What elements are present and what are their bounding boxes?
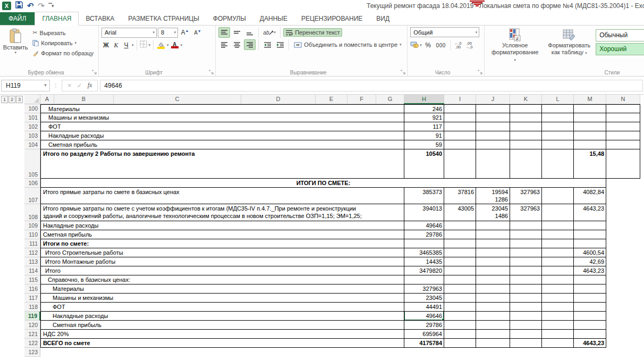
cell-H107[interactable]: 385373 — [404, 188, 444, 204]
row-header-123[interactable]: 123 — [24, 348, 40, 357]
cell-I101[interactable] — [444, 113, 476, 122]
cell-I120[interactable] — [444, 321, 476, 330]
cell-N104[interactable] — [606, 140, 640, 149]
align-bottom-icon[interactable] — [244, 27, 256, 38]
cell-M111[interactable] — [574, 239, 606, 248]
font-color-dropdown-icon[interactable]: ▾ — [181, 43, 183, 47]
number-dialog-launcher-icon[interactable] — [478, 70, 482, 74]
cell-L117[interactable] — [542, 294, 574, 303]
cell-H117[interactable]: 23045 — [404, 294, 444, 303]
cell-K115[interactable] — [510, 275, 542, 284]
cell-L115[interactable] — [542, 275, 574, 284]
cell-A114[interactable]: Итого — [40, 266, 404, 275]
cell-K110[interactable] — [510, 230, 542, 239]
cell-A119[interactable]: Накладные расходы — [40, 312, 404, 321]
cell-H109[interactable]: 49646 — [404, 221, 444, 230]
paste-button[interactable]: Вставить ▾ — [3, 27, 28, 68]
row-header-115[interactable]: 115 — [24, 275, 40, 284]
cell-M105[interactable]: 15,48 — [574, 149, 606, 179]
cell-L116[interactable] — [542, 284, 574, 294]
cell-K108[interactable]: 327963 — [510, 204, 542, 221]
cell-I122[interactable] — [444, 339, 476, 348]
cell-J120[interactable] — [476, 321, 510, 330]
cell-N101[interactable] — [606, 113, 640, 122]
cell-K117[interactable] — [510, 294, 542, 303]
cell-H116[interactable]: 327963 — [404, 284, 444, 294]
cell-A105[interactable]: Итого по разделу 2 Работы по завершению … — [40, 149, 404, 179]
cell-K116[interactable] — [510, 284, 542, 294]
align-center-icon[interactable] — [231, 39, 243, 50]
row-header-114[interactable]: 114 — [24, 266, 40, 275]
cell-K119[interactable] — [510, 312, 542, 321]
cell-K118[interactable] — [510, 303, 542, 312]
cell-J107[interactable]: 195941286 — [476, 188, 510, 204]
cell-merged-106[interactable]: ИТОГИ ПО СМЕТЕ: — [40, 179, 606, 188]
cell-J119[interactable] — [476, 312, 510, 321]
cell-K105[interactable] — [510, 149, 542, 179]
increase-decimal-icon[interactable]: ←,0,00 — [453, 40, 463, 50]
copy-dropdown-icon[interactable]: ▾ — [75, 41, 77, 45]
cell-K102[interactable] — [510, 122, 542, 131]
tab-рецензирование[interactable]: РЕЦЕНЗИРОВАНИЕ — [294, 12, 369, 25]
row-header-106[interactable]: 106 — [24, 179, 40, 188]
cell-A118[interactable]: ФОТ — [40, 303, 404, 312]
align-right-icon[interactable] — [244, 39, 256, 50]
font-dialog-launcher-icon[interactable] — [209, 70, 214, 74]
cell-M117[interactable] — [574, 294, 606, 303]
cell-I100[interactable] — [444, 104, 476, 113]
excel-app-icon[interactable]: X — [2, 2, 11, 10]
row-header-112[interactable]: 112 — [24, 248, 40, 257]
row-header-120[interactable]: 120 — [24, 321, 40, 330]
cell-N103[interactable] — [606, 131, 640, 140]
row-header-111[interactable]: 111 — [24, 239, 40, 248]
align-top-icon[interactable] — [218, 27, 230, 38]
column-header-I[interactable]: I — [444, 95, 476, 104]
cell-K120[interactable] — [510, 321, 542, 330]
select-all-corner[interactable] — [24, 95, 40, 104]
cell-N105[interactable] — [606, 149, 640, 179]
cell-K114[interactable] — [510, 266, 542, 275]
row-header-113[interactable]: 113 — [24, 257, 40, 266]
cut-button[interactable]: ✂ Вырезать — [30, 28, 96, 37]
column-header-C[interactable]: C — [114, 95, 241, 104]
redo-dropdown-icon[interactable]: ▾ — [43, 4, 45, 8]
row-header-122[interactable]: 122 — [24, 339, 40, 348]
name-box[interactable]: H119 ▼ — [1, 80, 50, 91]
save-icon[interactable] — [15, 1, 23, 11]
column-header-A[interactable]: A — [40, 95, 54, 104]
cell-L112[interactable] — [542, 248, 574, 257]
cell-I115[interactable] — [444, 275, 476, 284]
cell-K103[interactable] — [510, 131, 542, 140]
cell-I121[interactable] — [444, 330, 476, 339]
cell-J115[interactable] — [476, 275, 510, 284]
fill-color-dropdown-icon[interactable]: ▾ — [167, 43, 169, 47]
cell-M104[interactable] — [574, 140, 606, 149]
cell-L114[interactable] — [542, 266, 574, 275]
column-header-H[interactable]: H — [404, 95, 444, 104]
clipboard-dialog-launcher-icon[interactable] — [92, 70, 97, 74]
cell-L107[interactable] — [542, 188, 574, 204]
cell-K109[interactable] — [510, 221, 542, 230]
cell-I118[interactable] — [444, 303, 476, 312]
underline-button[interactable]: Ч — [122, 41, 131, 49]
column-header-N[interactable]: N — [606, 95, 640, 104]
cell-J122[interactable] — [476, 339, 510, 348]
row-header-107[interactable]: 107 — [24, 188, 40, 204]
column-header-G[interactable]: G — [376, 95, 404, 104]
cell-H111[interactable] — [404, 239, 444, 248]
row-header-110[interactable]: 110 — [24, 230, 40, 239]
cell-K107[interactable]: 327963 — [510, 188, 542, 204]
cell-L119[interactable] — [542, 312, 574, 321]
cell-I119[interactable] — [444, 312, 476, 321]
cell-J117[interactable] — [476, 294, 510, 303]
cell-A109[interactable]: Накладные расходы — [40, 221, 404, 230]
cell-L103[interactable] — [542, 131, 574, 140]
tab-данные[interactable]: ДАННЫЕ — [253, 12, 294, 25]
cell-A108[interactable]: Итого прямые затраты по смете с учетом к… — [40, 204, 404, 221]
cell-L102[interactable] — [542, 122, 574, 131]
wrap-text-button[interactable]: Перенести текст — [283, 28, 342, 37]
cell-M103[interactable] — [574, 131, 606, 140]
cell-K104[interactable] — [510, 140, 542, 149]
tab-главная[interactable]: ГЛАВНАЯ — [35, 12, 79, 26]
align-left-icon[interactable] — [218, 39, 230, 50]
